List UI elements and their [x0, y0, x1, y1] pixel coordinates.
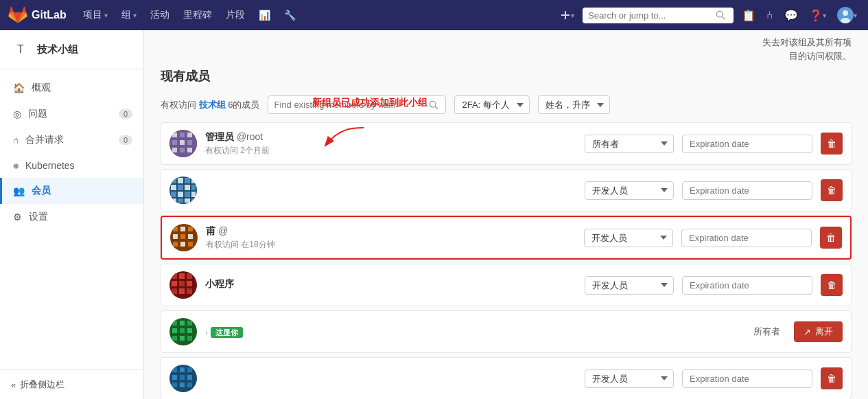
sidebar-item-merge-requests[interactable]: ⑃ 合并请求 0	[0, 127, 143, 153]
member-delete-button[interactable]: 🗑	[821, 274, 843, 296]
topnav-merge-icon[interactable]: ⑃	[764, 6, 776, 24]
chevron-right-icon: ›	[205, 328, 208, 337]
svg-rect-33	[178, 198, 183, 203]
member-delete-button[interactable]: 🗑	[821, 179, 843, 201]
member-info: 小程序	[205, 278, 576, 292]
svg-rect-15	[187, 140, 192, 145]
member-delete-button[interactable]: 🗑	[820, 227, 842, 249]
svg-rect-52	[187, 281, 192, 286]
svg-rect-48	[179, 273, 185, 279]
topnav-groups[interactable]: 组 ▾	[116, 5, 142, 25]
topnav-wrench-icon[interactable]: 🔧	[279, 5, 301, 25]
kubernetes-icon: ⎈	[13, 160, 19, 171]
merge-icon: ⑃	[13, 135, 19, 146]
svg-rect-47	[172, 273, 177, 279]
sidebar-item-label: 会员	[32, 185, 51, 197]
svg-rect-21	[178, 178, 183, 183]
svg-rect-67	[172, 367, 177, 372]
member-avatar	[169, 271, 197, 299]
avatar-pattern	[169, 365, 197, 392]
sort-select[interactable]: 姓名，升序	[538, 95, 610, 114]
svg-rect-60	[172, 328, 177, 333]
svg-rect-57	[172, 321, 177, 326]
svg-rect-75	[187, 383, 192, 387]
sidebar-item-settings[interactable]: ⚙ 设置	[0, 204, 143, 230]
gitlab-wordmark: GitLab	[32, 9, 67, 21]
member-role-select[interactable]: 所有者	[585, 135, 674, 153]
topnav-avatar[interactable]: ▾	[834, 4, 860, 26]
member-delete-button[interactable]: 🗑	[821, 367, 843, 389]
topnav-snippets[interactable]: 片段	[220, 5, 250, 25]
members-search-input[interactable]	[274, 100, 425, 110]
member-role-select[interactable]: 开发人员	[584, 229, 673, 247]
member-expiry-input[interactable]	[682, 181, 812, 200]
svg-rect-13	[172, 140, 177, 145]
topnav-activity[interactable]: 活动	[145, 5, 175, 25]
svg-rect-30	[185, 192, 190, 197]
member-role-select[interactable]: 开发人员	[585, 369, 674, 388]
sidebar-item-issues[interactable]: ◎ 问题 0	[0, 101, 143, 127]
topnav-todo-icon[interactable]: 📋	[739, 6, 758, 25]
sidebar-item-kubernetes[interactable]: ⎈ Kubernetes	[0, 153, 143, 178]
member-role-select[interactable]: 开发人员	[585, 181, 674, 200]
topnav-projects[interactable]: 项目 ▾	[78, 5, 113, 25]
svg-rect-11	[180, 133, 185, 137]
sidebar-collapse-button[interactable]: « 折叠侧边栏	[0, 369, 143, 399]
sidebar: T 技术小组 🏠 概观 ◎ 问题 0 ⑃ 合并请求 0 ⎈ Kubernetes	[0, 30, 144, 399]
member-expiry-input[interactable]	[682, 135, 812, 153]
member-name: 甫 @	[206, 225, 576, 238]
svg-rect-70	[172, 375, 177, 380]
svg-line-3	[722, 16, 725, 19]
svg-point-7	[430, 101, 436, 107]
member-role-select[interactable]: 开发人员	[585, 276, 674, 295]
member-name: 管理员 @root	[205, 131, 576, 144]
home-icon: 🏠	[13, 82, 25, 93]
member-name: › 这显你	[205, 326, 471, 338]
members-search-box[interactable]	[268, 95, 446, 114]
topnav-issues-icon[interactable]: 💬	[782, 6, 801, 25]
svg-rect-22	[185, 178, 190, 183]
topnav-help-icon[interactable]: ❓ ▾	[806, 6, 829, 25]
avatar-pattern	[169, 176, 197, 204]
leave-label: 离开	[815, 326, 833, 338]
member-avatar	[169, 176, 197, 204]
svg-rect-25	[178, 185, 183, 190]
svg-rect-65	[187, 336, 192, 341]
svg-rect-55	[187, 288, 192, 294]
sidebar-item-members[interactable]: 👥 会员	[0, 178, 143, 204]
leave-group-button[interactable]: ↗ 离开	[794, 321, 843, 342]
svg-rect-35	[191, 198, 196, 203]
topnav-chart-icon[interactable]: 📊	[253, 5, 276, 25]
svg-rect-14	[180, 140, 185, 145]
sidebar-item-label: 问题	[28, 108, 47, 120]
gitlab-logo[interactable]: GitLab	[8, 5, 67, 25]
member-info: › 这显你	[205, 326, 471, 338]
svg-rect-49	[187, 273, 192, 279]
svg-rect-41	[180, 234, 185, 239]
sidebar-item-label: 合并请求	[25, 134, 64, 146]
issues-badge: 0	[119, 109, 132, 119]
topnav-search-box[interactable]	[583, 8, 734, 23]
member-info: 甫 @ 有权访问 在18分钟	[206, 225, 576, 251]
svg-rect-31	[191, 192, 196, 197]
sidebar-item-overview[interactable]: 🏠 概观	[0, 75, 143, 101]
collapse-label: 折叠侧边栏	[20, 378, 64, 391]
2fa-filter-select[interactable]: 2FA: 每个人	[454, 95, 530, 114]
svg-rect-44	[180, 242, 185, 247]
members-section: 现有成员 有权访问 技术组 6的成员 2FA: 每个人 姓名，升序	[144, 68, 868, 399]
settings-icon: ⚙	[13, 212, 22, 223]
member-avatar	[170, 224, 198, 251]
member-expiry-input[interactable]	[681, 229, 812, 247]
search-input[interactable]	[588, 10, 712, 21]
member-expiry-input[interactable]	[682, 276, 812, 295]
layout: T 技术小组 🏠 概观 ◎ 问题 0 ⑃ 合并请求 0 ⎈ Kubernetes	[0, 30, 868, 399]
member-avatar	[169, 130, 197, 157]
topnav-plus-icon[interactable]: ▾	[557, 7, 577, 23]
member-expiry-input[interactable]	[682, 369, 812, 388]
svg-rect-45	[188, 242, 193, 247]
topnav-milestones[interactable]: 里程碑	[178, 5, 218, 25]
member-info	[205, 378, 576, 379]
svg-rect-58	[180, 321, 185, 326]
sidebar-group-header[interactable]: T 技术小组	[0, 30, 143, 69]
member-delete-button[interactable]: 🗑	[821, 133, 843, 155]
